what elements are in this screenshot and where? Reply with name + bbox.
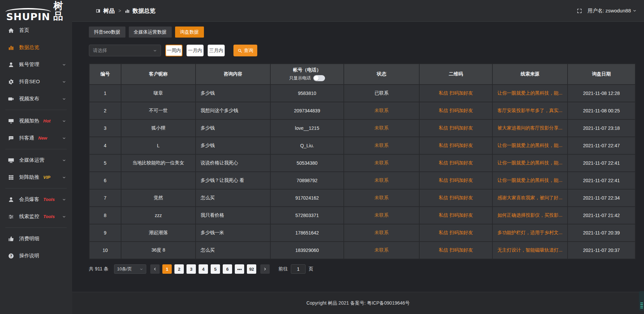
cell-qrcode[interactable]: 私信 扫码加好友: [420, 155, 493, 172]
fullscreen-icon[interactable]: [577, 8, 582, 14]
sidebar: 首页数据总览账号管理抖音SEO视频发布视频加热Hot抖客通New全媒体运营矩阵助…: [0, 22, 72, 314]
cell-content: 多少钱: [196, 137, 271, 155]
period-buttons: 一周内一月内三月内: [165, 45, 225, 56]
prev-page-button[interactable]: [150, 264, 160, 274]
cell-qrcode[interactable]: 私信 扫码加好友: [420, 102, 493, 120]
logo[interactable]: SHUPIN 树品: [0, 0, 72, 22]
page-button-6[interactable]: 6: [223, 264, 232, 274]
cell-nickname: 狐小狸: [121, 120, 196, 137]
sidebar-item-label: 全媒体运营: [19, 157, 44, 163]
chevron-down-icon: [62, 63, 66, 67]
page-button-92[interactable]: 92: [247, 264, 256, 274]
cell-nickname: 当地比较能吃的一位美女: [121, 155, 196, 172]
sidebar-item-matrix-boost[interactable]: 矩阵助推VIP: [0, 169, 72, 186]
sidebar-divider: [5, 227, 67, 228]
cell-qrcode[interactable]: 私信 扫码加好友: [420, 137, 493, 155]
cell-content: 多少钱: [196, 120, 271, 137]
cell-date: 2021-11-07 22:47: [568, 137, 636, 155]
sidebar-item-douyin-seo[interactable]: 抖音SEO: [0, 73, 72, 90]
sidebar-item-operation-guide[interactable]: ?操作说明: [0, 247, 72, 264]
sidebar-item-video-heating[interactable]: 视频加热Hot: [0, 112, 72, 129]
cell-source[interactable]: 被大家追着问的客厅投影分享...: [493, 120, 568, 137]
cell-source[interactable]: 让你一眼就爱上的黑科技，能...: [493, 155, 568, 172]
sidebar-item-data-overview[interactable]: 数据总览: [0, 39, 72, 56]
breadcrumb: 树品 > 数据总览: [96, 7, 155, 15]
cell-serial: 5: [90, 155, 121, 172]
sidebar-item-consumption-details[interactable]: 消费明细: [0, 230, 72, 247]
cell-source[interactable]: 感谢大家喜欢我家，被问了好...: [493, 190, 568, 207]
chevron-down-icon: [62, 97, 66, 101]
sidebar-item-account-management[interactable]: 账号管理: [0, 56, 72, 73]
sidebar-item-label: 消费明细: [19, 235, 39, 242]
sidebar-item-label: 首页: [19, 27, 29, 34]
content: 抖音seo数据全媒体运营数据询盘数据 请选择 一周内一月内三月内 查询 编号 客…: [72, 22, 644, 292]
cell-status: 未联系: [344, 137, 420, 155]
cell-date: 2021-11-08 12:28: [568, 85, 636, 102]
cell-nickname: 啵章: [121, 85, 196, 102]
sidebar-item-member-baoke[interactable]: 会员爆客Tools: [0, 191, 72, 208]
question-icon: ?: [8, 253, 14, 259]
cell-source[interactable]: 多功能护栏灯，适用于乡村文...: [493, 224, 568, 242]
cell-source[interactable]: 让你一眼就爱上的黑科技，能...: [493, 85, 568, 102]
page-button-3[interactable]: 3: [186, 264, 196, 274]
period-button-week[interactable]: 一周内: [165, 45, 182, 56]
cell-source[interactable]: 如何正确选择投影仪，买投影...: [493, 207, 568, 224]
sidebar-item-label: 会员爆客: [19, 196, 39, 203]
cell-serial: 3: [90, 120, 121, 137]
page-ellipsis-button[interactable]: •••: [235, 264, 244, 274]
sidebar-item-douketong[interactable]: 抖客通New: [0, 129, 72, 147]
floating-widget[interactable]: [639, 291, 644, 311]
sidebar-item-label: 抖客通: [19, 135, 34, 141]
query-button[interactable]: 查询: [233, 45, 257, 56]
cell-date: 2021-11-07 22:41: [568, 155, 636, 172]
cell-date: 2021-11-07 23:18: [568, 120, 636, 137]
next-page-button[interactable]: [260, 264, 270, 274]
cell-qrcode[interactable]: 私信 扫码加好友: [420, 242, 493, 259]
cell-source[interactable]: 客厅安装投影半年多了，真实...: [493, 102, 568, 120]
cell-serial: 10: [90, 242, 121, 259]
tab-douyin-seo-data[interactable]: 抖音seo数据: [89, 27, 125, 38]
cell-date: 2021-11-07 20:39: [568, 224, 636, 242]
cell-qrcode[interactable]: 私信 扫码加好友: [420, 85, 493, 102]
sidebar-item-label: 视频发布: [19, 96, 39, 102]
cell-serial: 2: [90, 102, 121, 120]
user-menu[interactable]: 用户名: zswodun88: [588, 8, 637, 14]
cell-date: 2021-11-07 22:34: [568, 190, 636, 207]
sidebar-item-label: 矩阵助推: [19, 174, 39, 180]
column-header-qrcode: 二维码: [420, 64, 493, 85]
bar-chart-icon: [125, 8, 130, 13]
page-button-5[interactable]: 5: [211, 264, 220, 274]
cell-source[interactable]: 让你一眼就爱上的黑科技，能...: [493, 172, 568, 190]
cell-qrcode[interactable]: 私信 扫码加好友: [420, 207, 493, 224]
cell-source[interactable]: 无主灯设计，智能磁吸轨道灯...: [493, 242, 568, 259]
sidebar-item-clue-monitor[interactable]: 线索监控Tools: [0, 208, 72, 225]
sidebar-item-omni-media[interactable]: 全媒体运营: [0, 152, 72, 169]
chevron-down-icon: [140, 267, 143, 271]
cell-date: 2021-11-07 22:41: [568, 172, 636, 190]
phone-only-toggle[interactable]: [313, 75, 325, 81]
tab-omni-media-data[interactable]: 全媒体运营数据: [129, 27, 172, 38]
cell-qrcode[interactable]: 私信 扫码加好友: [420, 120, 493, 137]
logo-inner: SHUPIN 树品: [5, 1, 72, 21]
tab-inquiry-data[interactable]: 询盘数据: [175, 27, 204, 38]
cell-source[interactable]: 让你一眼就爱上的黑科技，能...: [493, 137, 568, 155]
sidebar-item-video-publish[interactable]: 视频发布: [0, 90, 72, 107]
page-button-2[interactable]: 2: [174, 264, 184, 274]
cell-qrcode[interactable]: 私信 扫码加好友: [420, 190, 493, 207]
chevron-down-icon: [62, 136, 66, 140]
inquiry-table: 编号 客户昵称 咨询内容 帐号（电话） 只显示电话 状态 二维码 线索来源 询盘…: [89, 63, 636, 259]
filter-select[interactable]: 请选择: [89, 45, 161, 56]
cell-content: 多少钱: [196, 85, 271, 102]
breadcrumb-item-root[interactable]: 树品: [103, 7, 115, 15]
sidebar-item-home[interactable]: 首页: [0, 22, 72, 39]
period-button-quarter[interactable]: 三月内: [208, 45, 225, 56]
cell-qrcode[interactable]: 私信 扫码加好友: [420, 224, 493, 242]
total-count: 共 911 条: [89, 266, 108, 272]
page-button-4[interactable]: 4: [199, 264, 208, 274]
page-size-select[interactable]: 10条/页: [114, 264, 146, 274]
cell-content: 我想问这个多少钱: [196, 102, 271, 120]
cell-qrcode[interactable]: 私信 扫码加好友: [420, 172, 493, 190]
goto-page-input[interactable]: [291, 264, 306, 274]
page-button-1[interactable]: 1: [162, 264, 172, 274]
period-button-month[interactable]: 一月内: [186, 45, 204, 56]
